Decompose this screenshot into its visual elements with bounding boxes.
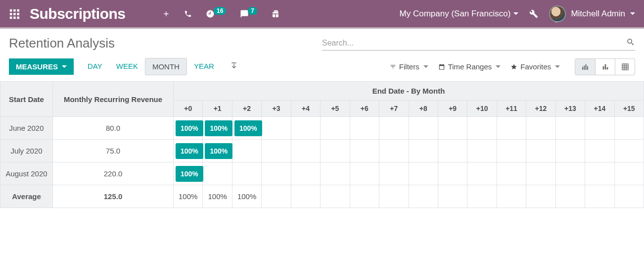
col-month-3[interactable]: +3 [262, 101, 291, 117]
cell-pct [321, 185, 350, 208]
cell-pct[interactable]: 100% [174, 185, 203, 208]
col-month-6[interactable]: +6 [350, 101, 379, 117]
company-selector[interactable]: My Company (San Francisco) [400, 9, 519, 19]
cell-pct [497, 140, 526, 162]
scale-week[interactable]: WEEK [109, 58, 145, 75]
cell-pct [379, 185, 409, 208]
cell-pct[interactable]: 100% [203, 117, 232, 140]
page-title: Retention Analysis [9, 36, 322, 51]
chevron-down-icon [630, 12, 635, 15]
svg-rect-6 [10, 16, 12, 19]
cell-pct [497, 185, 526, 208]
cell-pct [555, 185, 585, 208]
col-month-10[interactable]: +10 [467, 101, 497, 117]
search-bar[interactable] [322, 36, 635, 51]
view-list[interactable] [615, 59, 635, 75]
col-month-7[interactable]: +7 [379, 101, 409, 117]
scale-year[interactable]: YEAR [187, 58, 221, 75]
col-month-9[interactable]: +9 [438, 101, 467, 117]
cell-pct[interactable]: 100% [174, 117, 203, 140]
table-head: Start Date Monthly Recurring Revenue End… [0, 82, 644, 117]
cell-pct [379, 140, 409, 162]
cell-pct [585, 140, 614, 162]
view-switcher [575, 58, 635, 75]
cell-pct [321, 117, 350, 140]
cell-pct[interactable]: 100% [232, 117, 261, 140]
avatar [549, 5, 566, 22]
app-title[interactable]: Subscriptions [30, 5, 126, 22]
search-icon[interactable] [626, 38, 635, 48]
download-icon[interactable] [230, 62, 238, 71]
favorites-label: Favorites [520, 62, 551, 71]
messages-icon[interactable]: 7 [240, 9, 257, 18]
user-menu[interactable]: Mitchell Admin [549, 5, 635, 22]
cell-pct [614, 185, 644, 208]
col-month-13[interactable]: +13 [555, 101, 585, 117]
pct-badge: 100% [205, 143, 232, 159]
col-month-15[interactable]: +15 [614, 101, 644, 117]
new-icon[interactable] [162, 10, 170, 18]
cell-pct[interactable]: 100% [203, 140, 232, 162]
svg-rect-13 [602, 66, 604, 69]
row-average: Average125.0100%100%100% [0, 185, 644, 208]
search-input[interactable] [322, 39, 622, 48]
star-icon [510, 63, 517, 70]
cell-pct [526, 140, 555, 162]
calendar-icon [438, 63, 445, 70]
pct-badge: 100% [205, 120, 232, 136]
col-month-5[interactable]: +5 [321, 101, 350, 117]
cell-pct [555, 117, 585, 140]
row-header[interactable]: Average [0, 185, 53, 208]
cell-pct[interactable]: 100% [203, 185, 232, 208]
col-month-12[interactable]: +12 [526, 101, 555, 117]
filter-icon [390, 63, 396, 70]
cell-pct [467, 117, 497, 140]
col-month-11[interactable]: +11 [497, 101, 526, 117]
scale-switcher: DAY WEEK MONTH YEAR [81, 58, 221, 75]
cell-pct [262, 117, 291, 140]
col-month-2[interactable]: +2 [232, 101, 261, 117]
svg-rect-12 [587, 66, 588, 69]
cell-pct [614, 162, 644, 185]
activities-badge: 16 [214, 7, 226, 15]
cell-pct [438, 185, 467, 208]
phone-icon[interactable] [184, 10, 192, 18]
cell-pct [555, 140, 585, 162]
cell-pct [438, 117, 467, 140]
scale-day[interactable]: DAY [81, 58, 109, 75]
debug-icon[interactable] [529, 9, 538, 18]
view-graph[interactable] [595, 59, 615, 75]
cell-mrr: 75.0 [53, 140, 174, 162]
row-header[interactable]: August 2020 [0, 162, 53, 185]
cell-pct [291, 140, 320, 162]
filters-menu[interactable]: Filters [386, 59, 432, 74]
cell-pct[interactable]: 100% [232, 185, 261, 208]
cell-pct [203, 162, 232, 185]
col-month-1[interactable]: +1 [203, 101, 232, 117]
view-cohort[interactable] [575, 59, 595, 75]
table-row: June 202080.0100%100%100% [0, 117, 644, 140]
favorites-menu[interactable]: Favorites [506, 59, 564, 74]
svg-rect-3 [10, 13, 12, 15]
scale-month[interactable]: MONTH [145, 58, 187, 75]
chevron-down-icon [423, 65, 428, 68]
cell-pct [526, 117, 555, 140]
col-month-0[interactable]: +0 [174, 101, 203, 117]
row-header[interactable]: July 2020 [0, 140, 53, 162]
svg-rect-7 [13, 16, 16, 19]
col-month-14[interactable]: +14 [585, 101, 614, 117]
activities-icon[interactable]: 16 [206, 9, 226, 18]
gift-icon[interactable] [271, 9, 280, 18]
cell-pct[interactable]: 100% [174, 140, 203, 162]
apps-icon[interactable] [9, 8, 20, 19]
chevron-down-icon [555, 65, 560, 68]
table-row: August 2020220.0100% [0, 162, 644, 185]
time-ranges-menu[interactable]: Time Ranges [434, 59, 505, 74]
col-month-8[interactable]: +8 [409, 101, 438, 117]
company-name: My Company (San Francisco) [400, 9, 511, 19]
cell-pct[interactable]: 100% [174, 162, 203, 185]
col-month-4[interactable]: +4 [291, 101, 320, 117]
table-body: June 202080.0100%100%100%July 202075.010… [0, 117, 644, 208]
row-header[interactable]: June 2020 [0, 117, 53, 140]
measures-button[interactable]: MEASURES [9, 58, 74, 75]
